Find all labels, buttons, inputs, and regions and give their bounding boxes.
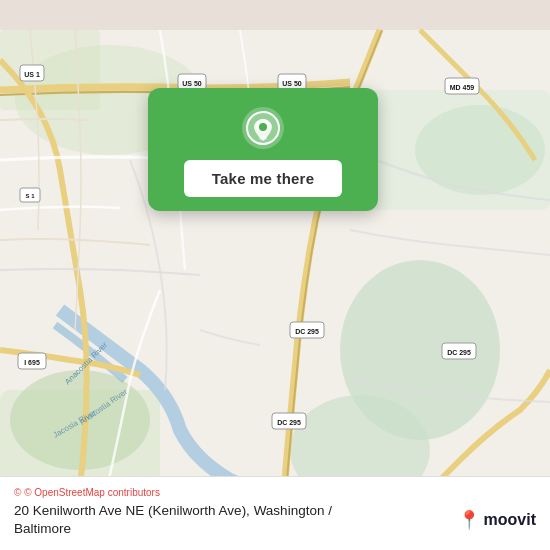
location-pin-icon [241, 106, 285, 150]
svg-text:US 50: US 50 [182, 80, 202, 87]
svg-text:I 695: I 695 [24, 359, 40, 366]
map-container: US 1 S 1 US 50 US 50 MD 459 DC 295 DC 29… [0, 0, 550, 550]
moovit-logo: 📍 moovit [458, 509, 536, 531]
attribution-text: © © OpenStreetMap contributors [14, 487, 536, 498]
location-card: Take me there [148, 88, 378, 211]
address-text: 20 Kenilworth Ave NE (Kenilworth Ave), W… [14, 502, 448, 538]
bottom-info-bar: © © OpenStreetMap contributors 20 Kenilw… [0, 476, 550, 550]
moovit-label: moovit [484, 511, 536, 529]
svg-text:MD 459: MD 459 [450, 84, 475, 91]
address-line1: 20 Kenilworth Ave NE (Kenilworth Ave), W… [14, 503, 332, 518]
map-background: US 1 S 1 US 50 US 50 MD 459 DC 295 DC 29… [0, 0, 550, 550]
copyright-symbol: © [14, 487, 21, 498]
address-line2: Baltimore [14, 521, 71, 536]
svg-text:US 50: US 50 [282, 80, 302, 87]
svg-text:DC 295: DC 295 [447, 349, 471, 356]
svg-text:S 1: S 1 [25, 193, 35, 199]
address-row: 20 Kenilworth Ave NE (Kenilworth Ave), W… [14, 502, 536, 538]
moovit-pin-icon: 📍 [458, 509, 480, 531]
svg-point-36 [259, 123, 267, 131]
svg-text:US 1: US 1 [24, 71, 40, 78]
svg-text:DC 295: DC 295 [295, 328, 319, 335]
svg-text:DC 295: DC 295 [277, 419, 301, 426]
svg-rect-7 [0, 30, 100, 110]
take-me-there-button[interactable]: Take me there [184, 160, 342, 197]
attribution-label: © OpenStreetMap contributors [24, 487, 160, 498]
